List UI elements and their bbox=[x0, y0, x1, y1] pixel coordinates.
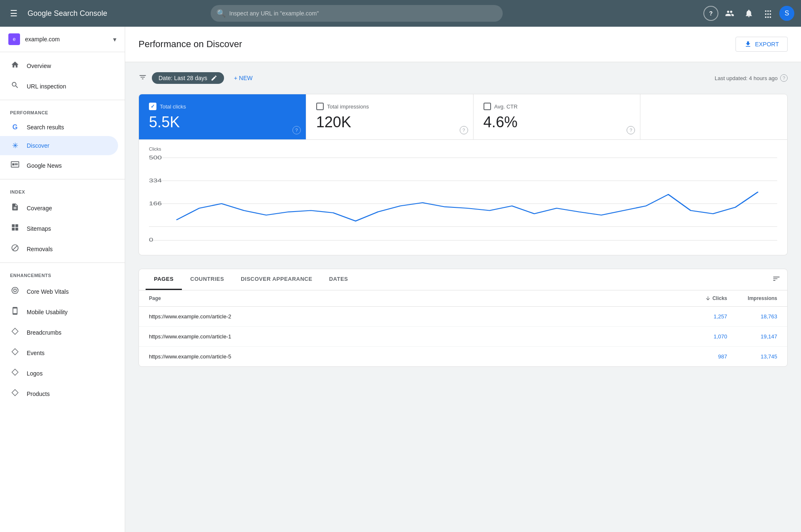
sidebar-item-logos[interactable]: Logos bbox=[0, 363, 118, 383]
new-filter-button[interactable]: + NEW bbox=[229, 72, 258, 84]
sidebar-label-removals: Removals bbox=[27, 246, 53, 252]
sidebar-item-products[interactable]: Products bbox=[0, 383, 118, 404]
filter-right: Last updated: 4 hours ago ? bbox=[715, 74, 788, 82]
metric-empty-space bbox=[640, 94, 787, 139]
user-avatar[interactable]: S bbox=[779, 6, 794, 21]
sidebar-label-google-news: Google News bbox=[27, 162, 62, 169]
url-inspection-icon bbox=[10, 81, 20, 91]
home-icon bbox=[10, 61, 20, 71]
sidebar-item-events[interactable]: Events bbox=[0, 343, 118, 363]
sidebar: e example.com ▾ Overview URL inspection … bbox=[0, 27, 125, 532]
sidebar-item-discover[interactable]: ✳ Discover bbox=[0, 136, 118, 155]
logo-text: Google Search Console bbox=[28, 9, 107, 18]
sidebar-section-performance: Performance bbox=[0, 103, 125, 119]
tab-dates[interactable]: DATES bbox=[321, 269, 357, 290]
date-filter-label: Date: Last 28 days bbox=[159, 75, 207, 81]
svg-text:166: 166 bbox=[149, 201, 162, 207]
chart-svg: 500 334 166 0 2/1/21 2/6/21 2/14/21 2/20… bbox=[149, 153, 777, 245]
discover-icon: ✳ bbox=[10, 141, 20, 150]
table-filter-icon[interactable] bbox=[772, 275, 781, 285]
sidebar-divider-3 bbox=[0, 262, 125, 263]
sidebar-label-mobile-usability: Mobile Usability bbox=[27, 309, 68, 315]
sidebar-item-core-web-vitals[interactable]: Core Web Vitals bbox=[0, 281, 118, 302]
sidebar-item-removals[interactable]: Removals bbox=[0, 239, 118, 259]
export-label: EXPORT bbox=[755, 41, 779, 48]
chart-line bbox=[177, 192, 758, 221]
topbar-actions: ? S bbox=[703, 5, 794, 21]
filter-bar: Date: Last 28 days + NEW Last updated: 4… bbox=[139, 72, 788, 84]
table-header: Page Clicks Impressions bbox=[139, 290, 787, 307]
tab-pages[interactable]: PAGES bbox=[146, 269, 182, 290]
grid-icon[interactable] bbox=[760, 5, 776, 21]
mobile-usability-icon bbox=[10, 307, 20, 317]
sidebar-item-google-news[interactable]: Google News bbox=[0, 155, 118, 176]
sidebar-section-enhancements: Enhancements bbox=[0, 266, 125, 281]
sidebar-item-sitemaps[interactable]: Sitemaps bbox=[0, 218, 118, 239]
sidebar-nav: Overview URL inspection Performance G Se… bbox=[0, 52, 125, 407]
metric-value-ctr: 4.6% bbox=[484, 113, 630, 131]
sidebar-item-overview[interactable]: Overview bbox=[0, 55, 118, 76]
metric-label-ctr: Avg. CTR bbox=[494, 103, 518, 110]
filter-left: Date: Last 28 days + NEW bbox=[139, 72, 257, 84]
metric-card-total-clicks[interactable]: ✓ Total clicks 5.5K ? bbox=[139, 94, 306, 139]
sidebar-item-mobile-usability[interactable]: Mobile Usability bbox=[0, 302, 118, 322]
sort-icon bbox=[705, 295, 711, 301]
page-title: Performance on Discover bbox=[139, 39, 242, 50]
app-layout: e example.com ▾ Overview URL inspection … bbox=[0, 0, 801, 532]
metric-help-icon-impressions: ? bbox=[460, 126, 468, 134]
metric-label-impressions: Total impressions bbox=[327, 103, 369, 110]
bell-icon[interactable] bbox=[741, 5, 757, 21]
sidebar-item-coverage[interactable]: Coverage bbox=[0, 198, 118, 218]
table-row: https://www.example.com/article-1 1,070 … bbox=[139, 327, 787, 347]
sidebar-label-sitemaps: Sitemaps bbox=[27, 225, 51, 232]
export-icon bbox=[744, 40, 752, 48]
metric-checkbox-clicks: ✓ bbox=[149, 103, 156, 110]
sidebar-section-index: Index bbox=[0, 183, 125, 198]
metric-help-icon-clicks: ? bbox=[292, 126, 301, 134]
site-favicon: e bbox=[8, 33, 20, 45]
sidebar-label-search-results: Search results bbox=[27, 124, 64, 131]
sidebar-divider-2 bbox=[0, 179, 125, 179]
col-header-impressions: Impressions bbox=[727, 295, 777, 301]
col-header-clicks-label: Clicks bbox=[713, 295, 727, 301]
cell-impressions-0: 18,763 bbox=[727, 313, 777, 320]
cell-page-0[interactable]: https://www.example.com/article-2 bbox=[149, 313, 677, 320]
metric-value-impressions: 120K bbox=[316, 113, 463, 131]
sidebar-label-url-inspection: URL inspection bbox=[27, 83, 66, 90]
metric-label-clicks: Total clicks bbox=[160, 103, 186, 110]
help-icon[interactable]: ? bbox=[703, 6, 718, 21]
metric-card-header-impressions: Total impressions bbox=[316, 103, 463, 110]
sidebar-divider-1 bbox=[0, 100, 125, 100]
metric-card-total-impressions[interactable]: Total impressions 120K ? bbox=[306, 94, 474, 139]
users-icon[interactable] bbox=[722, 5, 738, 21]
search-input[interactable] bbox=[211, 5, 503, 22]
sidebar-item-url-inspection[interactable]: URL inspection bbox=[0, 76, 118, 96]
topbar: ☰ Google Search Console 🔍 ? S bbox=[0, 0, 801, 27]
tab-countries[interactable]: COUNTRIES bbox=[182, 269, 232, 290]
removals-icon bbox=[10, 244, 20, 254]
export-button[interactable]: EXPORT bbox=[736, 37, 788, 52]
sidebar-label-discover: Discover bbox=[27, 142, 49, 149]
chart-y-label: Clicks bbox=[149, 146, 777, 151]
sidebar-item-search-results[interactable]: G Search results bbox=[0, 119, 118, 136]
site-selector[interactable]: e example.com ▾ bbox=[0, 27, 125, 52]
tab-discover-appearance[interactable]: DISCOVER APPEARANCE bbox=[232, 269, 321, 290]
sitemaps-icon bbox=[10, 223, 20, 234]
date-filter-chip[interactable]: Date: Last 28 days bbox=[152, 72, 224, 84]
table-row: https://www.example.com/article-5 987 13… bbox=[139, 347, 787, 366]
svg-text:0: 0 bbox=[149, 237, 154, 242]
cell-impressions-2: 13,745 bbox=[727, 353, 777, 360]
metric-card-header-ctr: Avg. CTR bbox=[484, 103, 630, 110]
cell-page-2[interactable]: https://www.example.com/article-5 bbox=[149, 353, 677, 360]
cell-page-1[interactable]: https://www.example.com/article-1 bbox=[149, 333, 677, 340]
search-bar: 🔍 bbox=[211, 5, 503, 22]
cell-clicks-1: 1,070 bbox=[677, 333, 727, 340]
main-content: Performance on Discover EXPORT Date: Las… bbox=[125, 27, 801, 532]
logos-icon bbox=[10, 368, 20, 378]
table-row: https://www.example.com/article-2 1,257 … bbox=[139, 307, 787, 327]
metric-card-avg-ctr[interactable]: Avg. CTR 4.6% ? bbox=[474, 94, 641, 139]
sidebar-item-breadcrumbs[interactable]: Breadcrumbs bbox=[0, 322, 118, 343]
last-updated-text: Last updated: 4 hours ago bbox=[715, 75, 778, 81]
menu-icon[interactable]: ☰ bbox=[7, 5, 21, 22]
svg-text:334: 334 bbox=[149, 178, 162, 184]
